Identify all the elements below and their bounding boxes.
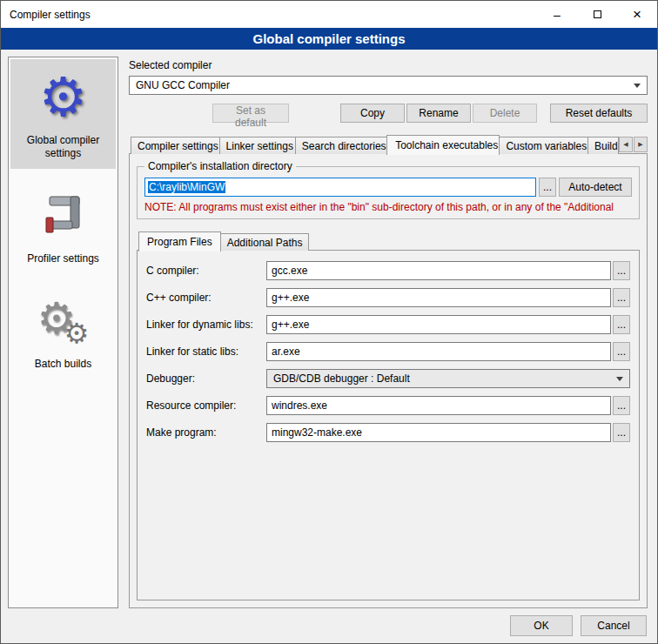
browse-dynamic-linker-button[interactable]: ...: [613, 315, 630, 334]
tab-custom-variables[interactable]: Custom variables: [499, 137, 588, 154]
sidebar-item-label: Global compiler settings: [12, 134, 114, 160]
set-as-default-button[interactable]: Set as default: [212, 104, 289, 123]
selected-compiler-label: Selected compiler: [129, 59, 648, 71]
program-files-panel: C compiler: ... C++ compiler: ... Linker…: [137, 250, 640, 600]
chevron-down-icon: [616, 377, 623, 381]
tab-additional-paths[interactable]: Additional Paths: [220, 233, 310, 251]
tab-program-files[interactable]: Program Files: [138, 231, 221, 252]
browse-cpp-compiler-button[interactable]: ...: [613, 288, 630, 307]
field-label: Make program:: [146, 426, 266, 439]
caption-buttons: – ×: [537, 1, 657, 28]
compiler-settings-dialog: Compiler settings – × Global compiler se…: [0, 0, 658, 644]
compiler-actions-row: Set as default Copy Rename Delete Reset …: [129, 104, 648, 123]
dialog-header: Global compiler settings: [1, 28, 657, 50]
field-row-static-linker: Linker for static libs: ...: [146, 342, 630, 361]
browse-static-linker-button[interactable]: ...: [613, 342, 630, 361]
dynamic-linker-input[interactable]: [266, 315, 611, 334]
c-compiler-input[interactable]: [266, 261, 611, 280]
dialog-footer: OK Cancel: [1, 608, 657, 643]
copy-button[interactable]: Copy: [340, 104, 405, 123]
clamp-tool-icon: [36, 188, 91, 244]
field-row-c-compiler: C compiler: ...: [146, 261, 630, 280]
rename-button[interactable]: Rename: [406, 104, 471, 123]
auto-detect-button[interactable]: Auto-detect: [559, 178, 632, 197]
installation-directory-group: Compiler's installation directory C:\ray…: [137, 166, 640, 219]
installation-directory-input[interactable]: C:\raylib\MinGW: [144, 178, 536, 197]
reset-defaults-button[interactable]: Reset defaults: [550, 104, 648, 123]
minimize-icon: –: [554, 8, 561, 22]
cpp-compiler-input[interactable]: [266, 288, 611, 307]
field-label: C compiler:: [146, 265, 266, 277]
debugger-select[interactable]: GDB/CDB debugger : Default: [266, 369, 630, 388]
blue-gear-icon: ⚙: [36, 70, 91, 125]
tab-scroll-left-icon[interactable]: ◀: [619, 137, 633, 152]
bin-subdirectory-note: NOTE: All programs must exist either in …: [144, 201, 632, 213]
page-title: Global compiler settings: [252, 31, 405, 46]
close-icon: ×: [633, 7, 641, 22]
browse-resource-compiler-button[interactable]: ...: [613, 396, 630, 415]
program-files-tabstrip: Program Files Additional Paths: [137, 231, 640, 251]
dialog-body: ⚙ Global compiler settings Profiler sett…: [1, 50, 657, 608]
field-label: Debugger:: [146, 372, 266, 385]
selected-compiler-value: GNU GCC Compiler: [136, 79, 230, 91]
make-program-input[interactable]: [266, 423, 611, 442]
tab-compiler-settings[interactable]: Compiler settings: [131, 137, 220, 154]
field-row-cpp-compiler: C++ compiler: ...: [146, 288, 630, 307]
close-button[interactable]: ×: [617, 1, 657, 28]
installation-directory-value: C:\raylib\MinGW: [148, 181, 225, 193]
ok-button[interactable]: OK: [510, 615, 573, 636]
selected-compiler-dropdown[interactable]: GNU GCC Compiler: [129, 76, 648, 95]
installation-directory-title: Compiler's installation directory: [144, 160, 296, 172]
field-row-make-program: Make program: ...: [146, 423, 630, 442]
browse-directory-button[interactable]: ...: [539, 178, 556, 197]
field-row-resource-compiler: Resource compiler: ...: [146, 396, 630, 415]
tab-scroll-buttons: ◀ ▶: [619, 137, 648, 152]
resource-compiler-input[interactable]: [266, 396, 611, 415]
tab-linker-settings[interactable]: Linker settings: [219, 137, 296, 154]
delete-button[interactable]: Delete: [473, 104, 537, 123]
maximize-button[interactable]: [577, 1, 617, 28]
sidebar-item-profiler-settings[interactable]: Profiler settings: [10, 178, 116, 274]
tab-search-directories[interactable]: Search directories: [295, 137, 387, 154]
static-linker-input[interactable]: [266, 342, 611, 361]
main-content: Selected compiler GNU GCC Compiler Set a…: [129, 57, 648, 608]
tab-toolchain-executables[interactable]: Toolchain executables: [386, 135, 500, 155]
tab-scroll-right-icon[interactable]: ▶: [634, 137, 648, 152]
sidebar-item-global-compiler-settings[interactable]: ⚙ Global compiler settings: [10, 59, 116, 169]
field-label: C++ compiler:: [146, 292, 266, 304]
settings-category-list: ⚙ Global compiler settings Profiler sett…: [8, 57, 118, 608]
toolchain-executables-panel: Compiler's installation directory C:\ray…: [129, 153, 648, 608]
field-label: Linker for dynamic libs:: [146, 319, 266, 331]
minimize-button[interactable]: –: [537, 1, 577, 28]
settings-tabstrip: Compiler settings Linker settings Search…: [129, 135, 648, 154]
browse-make-program-button[interactable]: ...: [613, 423, 630, 442]
installation-directory-row: C:\raylib\MinGW ... Auto-detect: [144, 178, 632, 197]
field-row-debugger: Debugger: GDB/CDB debugger : Default: [146, 369, 630, 388]
window-title: Compiler settings: [1, 9, 91, 21]
chevron-down-icon: [634, 84, 641, 88]
debugger-value: GDB/CDB debugger : Default: [273, 372, 410, 385]
tab-build-options[interactable]: Build: [588, 137, 619, 154]
sidebar-item-label: Batch builds: [35, 358, 91, 371]
gray-gears-icon: ⚙ ⚙: [36, 293, 91, 349]
titlebar: Compiler settings – ×: [1, 1, 657, 28]
field-row-dynamic-linker: Linker for dynamic libs: ...: [146, 315, 630, 334]
maximize-icon: [594, 10, 601, 18]
field-label: Linker for static libs:: [146, 345, 266, 358]
sidebar-item-batch-builds[interactable]: ⚙ ⚙ Batch builds: [10, 283, 116, 379]
sidebar-item-label: Profiler settings: [27, 252, 99, 265]
browse-c-compiler-button[interactable]: ...: [613, 261, 630, 280]
field-label: Resource compiler:: [146, 399, 266, 412]
cancel-button[interactable]: Cancel: [581, 615, 647, 636]
